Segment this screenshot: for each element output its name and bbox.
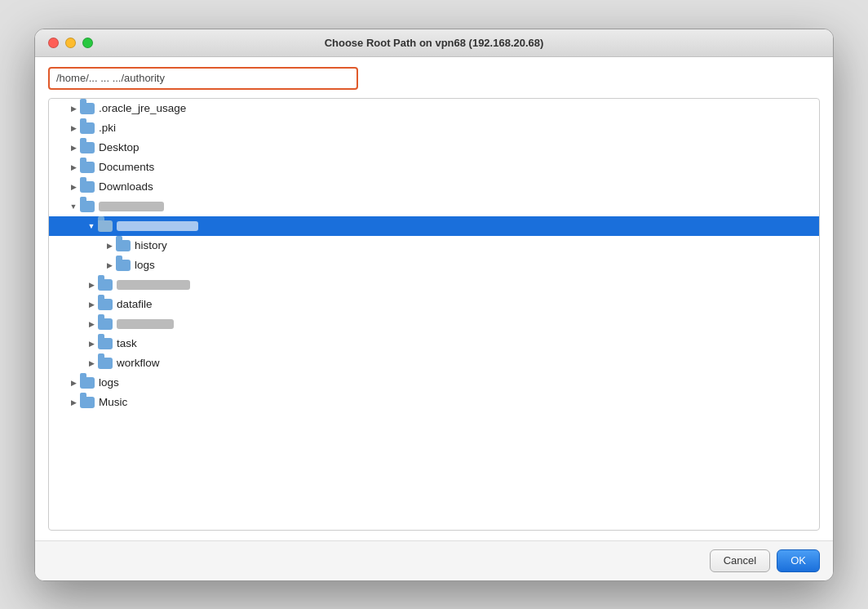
item-label: Desktop bbox=[99, 141, 140, 153]
arrow-icon bbox=[103, 239, 116, 252]
tree-item-selected[interactable] bbox=[49, 216, 819, 236]
tree-item-workflow[interactable]: workflow bbox=[49, 353, 819, 373]
arrow-icon bbox=[85, 318, 98, 331]
tree-item-task[interactable]: task bbox=[49, 334, 819, 353]
tree-item-history[interactable]: history bbox=[49, 236, 819, 256]
tree-item-music[interactable]: Music bbox=[49, 393, 819, 412]
folder-icon bbox=[98, 299, 113, 310]
tree-item-redacted2[interactable] bbox=[49, 275, 819, 295]
traffic-lights bbox=[48, 38, 93, 48]
item-label: Downloads bbox=[99, 180, 153, 193]
minimize-button[interactable] bbox=[65, 38, 76, 48]
item-label: .oracle_jre_usage bbox=[99, 102, 186, 114]
folder-icon bbox=[80, 397, 95, 408]
tree-item-logs-sub[interactable]: logs bbox=[49, 256, 819, 275]
folder-icon bbox=[98, 338, 113, 349]
dialog-footer: Cancel OK bbox=[35, 540, 833, 580]
folder-icon bbox=[80, 201, 95, 212]
arrow-icon bbox=[85, 337, 98, 350]
tree-item-documents[interactable]: Documents bbox=[49, 158, 819, 177]
tree-item-pki[interactable]: .pki bbox=[49, 118, 819, 138]
arrow-icon bbox=[85, 220, 98, 233]
tree-item-redacted1[interactable] bbox=[49, 197, 819, 216]
tree-item-redacted3[interactable] bbox=[49, 314, 819, 334]
path-input[interactable] bbox=[48, 67, 358, 90]
maximize-button[interactable] bbox=[82, 38, 93, 48]
folder-icon bbox=[98, 220, 113, 232]
arrow-icon bbox=[67, 102, 80, 115]
tree-item-oracle-jre[interactable]: .oracle_jre_usage bbox=[49, 99, 819, 118]
folder-icon bbox=[98, 358, 113, 369]
arrow-icon bbox=[67, 396, 80, 409]
item-label: .pki bbox=[99, 122, 116, 134]
dialog-title: Choose Root Path on vpn68 (192.168.20.68… bbox=[325, 37, 544, 49]
path-input-wrapper bbox=[48, 67, 820, 90]
folder-icon bbox=[98, 318, 113, 330]
ok-button[interactable]: OK bbox=[777, 549, 820, 572]
file-tree[interactable]: .oracle_jre_usage .pki Desktop Documents bbox=[48, 98, 820, 531]
close-button[interactable] bbox=[48, 38, 59, 48]
tree-item-datafile[interactable]: datafile bbox=[49, 295, 819, 314]
redacted-label bbox=[99, 202, 164, 211]
folder-icon bbox=[116, 240, 131, 251]
cancel-button[interactable]: Cancel bbox=[710, 549, 770, 572]
item-label: logs bbox=[135, 259, 155, 271]
item-label: Documents bbox=[99, 161, 154, 173]
folder-icon bbox=[80, 377, 95, 389]
arrow-icon bbox=[85, 298, 98, 311]
folder-icon bbox=[116, 260, 131, 271]
item-label: datafile bbox=[117, 298, 153, 310]
item-label: task bbox=[117, 337, 137, 349]
arrow-icon bbox=[67, 122, 80, 135]
folder-icon bbox=[98, 279, 113, 291]
folder-icon bbox=[80, 103, 95, 114]
item-label: history bbox=[135, 239, 167, 251]
arrow-icon bbox=[67, 141, 80, 154]
redacted-label bbox=[117, 280, 190, 290]
redacted-label bbox=[117, 319, 174, 329]
folder-icon bbox=[80, 122, 95, 134]
arrow-icon bbox=[85, 278, 98, 291]
arrow-icon bbox=[67, 200, 80, 213]
arrow-icon bbox=[103, 259, 116, 272]
item-label: workflow bbox=[117, 357, 160, 369]
item-label: Music bbox=[99, 396, 127, 408]
tree-item-logs-top[interactable]: logs bbox=[49, 373, 819, 393]
dialog-body: .oracle_jre_usage .pki Desktop Documents bbox=[35, 57, 833, 540]
folder-icon bbox=[80, 181, 95, 193]
arrow-icon bbox=[67, 180, 80, 193]
item-label: logs bbox=[99, 376, 119, 389]
tree-item-desktop[interactable]: Desktop bbox=[49, 138, 819, 158]
arrow-icon bbox=[67, 161, 80, 174]
redacted-label bbox=[117, 221, 198, 231]
title-bar: Choose Root Path on vpn68 (192.168.20.68… bbox=[35, 29, 833, 57]
arrow-icon bbox=[67, 376, 80, 389]
tree-item-downloads[interactable]: Downloads bbox=[49, 177, 819, 197]
dialog-window: Choose Root Path on vpn68 (192.168.20.68… bbox=[34, 29, 834, 581]
folder-icon bbox=[80, 142, 95, 153]
arrow-icon bbox=[85, 357, 98, 370]
folder-icon bbox=[80, 162, 95, 173]
